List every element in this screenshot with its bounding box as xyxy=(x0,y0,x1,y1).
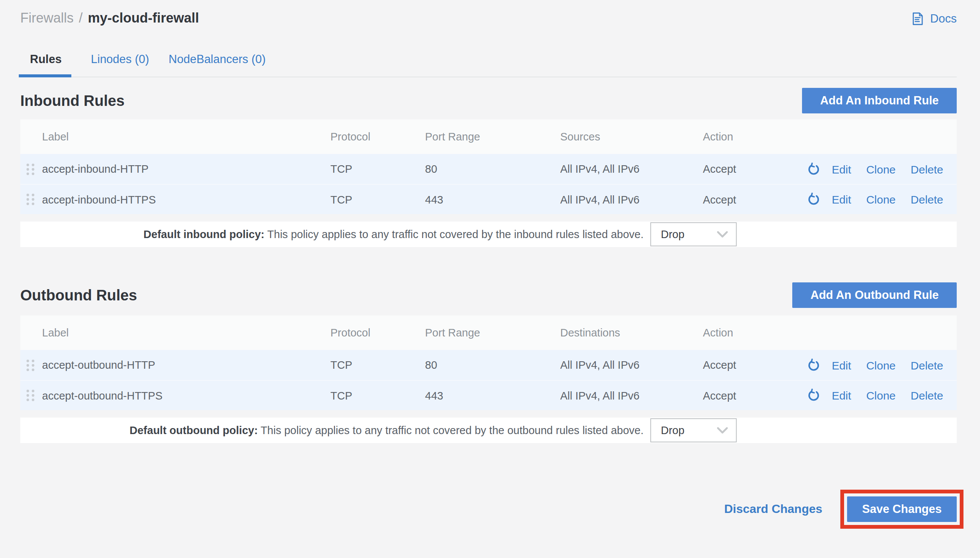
breadcrumb-separator: / xyxy=(79,10,83,26)
outbound-rules-table: Label Protocol Port Range Destinations A… xyxy=(20,315,957,410)
topbar: Firewalls / my-cloud-firewall Docs xyxy=(20,10,957,27)
clone-link[interactable]: Clone xyxy=(866,162,895,176)
rule-port: 80 xyxy=(425,359,560,371)
rule-port: 443 xyxy=(425,194,560,205)
inbound-policy-select[interactable]: Drop xyxy=(650,222,737,246)
docs-label: Docs xyxy=(930,11,957,25)
tab-linodes[interactable]: Linodes (0) xyxy=(91,52,149,66)
col-sources: Sources xyxy=(560,131,703,143)
col-action: Action xyxy=(703,131,785,143)
delete-link[interactable]: Delete xyxy=(911,162,943,176)
outbound-section-header: Outbound Rules Add An Outbound Rule xyxy=(20,282,957,308)
inbound-section-header: Inbound Rules Add An Inbound Rule xyxy=(20,88,957,113)
edit-link[interactable]: Edit xyxy=(832,193,851,206)
rule-label: accept-outbound-HTTP xyxy=(42,359,330,371)
inbound-policy-value: Drop xyxy=(661,228,685,240)
firewall-rules-page: Firewalls / my-cloud-firewall Docs Rules… xyxy=(0,10,980,558)
drag-handle-icon[interactable] xyxy=(20,193,42,206)
col-action: Action xyxy=(703,327,785,339)
rule-destinations: All IPv4, All IPv6 xyxy=(560,389,703,401)
rule-label: accept-inbound-HTTPS xyxy=(42,194,330,205)
rule-sources: All IPv4, All IPv6 xyxy=(560,163,703,175)
clone-link[interactable]: Clone xyxy=(866,193,895,206)
undo-icon[interactable] xyxy=(806,192,820,207)
form-actions: Discard Changes Save Changes xyxy=(20,490,964,529)
clone-link[interactable]: Clone xyxy=(866,359,895,371)
rule-action: Accept xyxy=(703,359,785,371)
rule-protocol: TCP xyxy=(330,163,425,175)
add-inbound-rule-button[interactable]: Add An Inbound Rule xyxy=(802,88,957,113)
rule-port: 80 xyxy=(425,163,560,175)
tab-nodebalancers[interactable]: NodeBalancers (0) xyxy=(169,52,265,66)
delete-link[interactable]: Delete xyxy=(911,193,943,206)
col-label: Label xyxy=(42,131,330,143)
inbound-table-header: Label Protocol Port Range Sources Action xyxy=(20,120,957,154)
rule-action: Accept xyxy=(703,163,785,175)
table-row: accept-inbound-HTTP TCP 80 All IPv4, All… xyxy=(20,154,957,184)
drag-handle-icon[interactable] xyxy=(20,162,42,176)
col-protocol: Protocol xyxy=(330,327,425,339)
drag-handle-icon[interactable] xyxy=(20,359,42,371)
undo-icon[interactable] xyxy=(806,388,820,402)
rule-port: 443 xyxy=(425,389,560,401)
drag-handle-icon[interactable] xyxy=(20,389,42,402)
active-tab-indicator xyxy=(19,74,71,77)
col-label: Label xyxy=(42,327,330,339)
docs-link[interactable]: Docs xyxy=(911,11,957,25)
table-row: accept-inbound-HTTPS TCP 443 All IPv4, A… xyxy=(20,184,957,214)
add-outbound-rule-button[interactable]: Add An Outbound Rule xyxy=(793,282,957,308)
inbound-default-policy-row: Default inbound policy: This policy appl… xyxy=(20,222,957,247)
breadcrumb-firewalls-link[interactable]: Firewalls xyxy=(20,10,74,26)
docs-icon xyxy=(911,11,924,25)
undo-icon[interactable] xyxy=(806,162,820,176)
chevron-down-icon xyxy=(716,231,728,238)
delete-link[interactable]: Delete xyxy=(911,359,943,371)
rule-destinations: All IPv4, All IPv6 xyxy=(560,359,703,371)
rule-action: Accept xyxy=(703,389,785,401)
rule-label: accept-inbound-HTTP xyxy=(42,163,330,175)
clone-link[interactable]: Clone xyxy=(866,389,895,402)
outbound-default-policy-row: Default outbound policy: This policy app… xyxy=(20,418,957,443)
col-protocol: Protocol xyxy=(330,131,425,143)
col-port-range: Port Range xyxy=(425,327,560,339)
table-row: accept-outbound-HTTPS TCP 443 All IPv4, … xyxy=(20,380,957,410)
edit-link[interactable]: Edit xyxy=(832,359,851,371)
tab-rules[interactable]: Rules xyxy=(20,52,71,66)
rule-action: Accept xyxy=(703,194,785,205)
outbound-policy-select[interactable]: Drop xyxy=(650,419,737,442)
save-changes-button[interactable]: Save Changes xyxy=(847,496,957,522)
edit-link[interactable]: Edit xyxy=(832,162,851,176)
col-port-range: Port Range xyxy=(425,131,560,143)
discard-changes-link[interactable]: Discard Changes xyxy=(724,502,822,516)
col-destinations: Destinations xyxy=(560,327,703,339)
breadcrumb-current-firewall: my-cloud-firewall xyxy=(88,10,199,26)
rule-protocol: TCP xyxy=(330,359,425,371)
edit-link[interactable]: Edit xyxy=(832,389,851,402)
outbound-table-header: Label Protocol Port Range Destinations A… xyxy=(20,315,957,350)
tab-bar: Rules Linodes (0) NodeBalancers (0) xyxy=(20,52,957,77)
inbound-policy-text: Default inbound policy: This policy appl… xyxy=(143,228,644,240)
outbound-policy-value: Drop xyxy=(661,424,685,437)
undo-icon[interactable] xyxy=(806,358,820,372)
delete-link[interactable]: Delete xyxy=(911,389,943,402)
breadcrumb: Firewalls / my-cloud-firewall xyxy=(20,10,199,26)
tab-divider xyxy=(20,74,957,77)
outbound-rules-title: Outbound Rules xyxy=(20,287,137,304)
rule-protocol: TCP xyxy=(330,389,425,401)
inbound-rules-table: Label Protocol Port Range Sources Action… xyxy=(20,120,957,214)
table-row: accept-outbound-HTTP TCP 80 All IPv4, Al… xyxy=(20,350,957,380)
rule-protocol: TCP xyxy=(330,194,425,205)
outbound-policy-text: Default outbound policy: This policy app… xyxy=(129,424,644,437)
save-button-highlight-annotation: Save Changes xyxy=(840,490,964,529)
chevron-down-icon xyxy=(716,427,728,434)
rule-label: accept-outbound-HTTPS xyxy=(42,389,330,401)
inbound-rules-title: Inbound Rules xyxy=(20,92,125,109)
rule-sources: All IPv4, All IPv6 xyxy=(560,194,703,205)
